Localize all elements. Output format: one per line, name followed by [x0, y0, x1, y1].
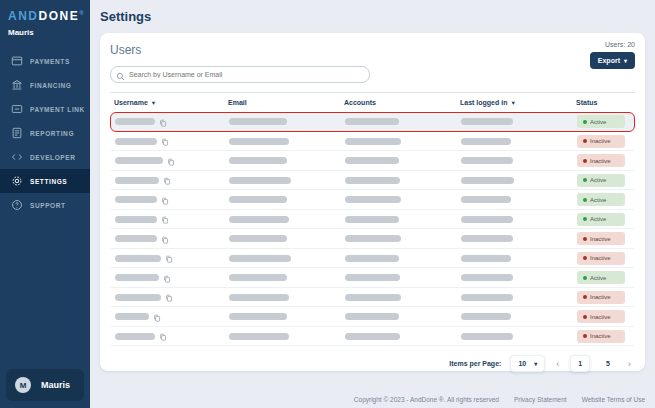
status-dot-icon: [583, 120, 587, 124]
status-badge: Inactive: [577, 232, 625, 245]
copy-icon[interactable]: [161, 210, 169, 228]
table-row[interactable]: Inactive: [110, 327, 635, 347]
copy-icon[interactable]: [163, 269, 171, 287]
users-card: Users Users: 20 Export ▾: [100, 33, 645, 371]
status-dot-icon: [583, 237, 587, 241]
status-label: Inactive: [590, 333, 611, 339]
table-row[interactable]: Inactive: [110, 249, 635, 269]
search-input[interactable]: [110, 66, 370, 83]
email-redacted-value: [229, 157, 287, 164]
page-title: Settings: [100, 9, 645, 24]
status-cell: Inactive: [577, 232, 634, 245]
username-redacted-value: [115, 157, 163, 164]
column-header-accounts[interactable]: Accounts: [344, 99, 460, 106]
column-header-email[interactable]: Email: [228, 99, 344, 106]
pagination-bar: Items per Page: 10 ▾ ‹ 1 5 ›: [110, 346, 635, 372]
copy-icon[interactable]: [161, 191, 169, 209]
copy-icon[interactable]: [153, 308, 161, 326]
copy-icon[interactable]: [159, 113, 167, 131]
table-row[interactable]: Inactive: [110, 307, 635, 327]
sidebar-item-label: PAYMENTS: [30, 58, 70, 65]
status-cell: Inactive: [577, 330, 634, 343]
accounts-cell: [345, 177, 461, 184]
table-row[interactable]: Active: [110, 210, 635, 230]
user-name: Mauris: [41, 380, 70, 390]
last-logged-in-cell: [461, 138, 577, 145]
table-row[interactable]: Inactive: [110, 151, 635, 171]
sidebar-item-payments[interactable]: PAYMENTS: [0, 49, 90, 73]
copy-icon[interactable]: [161, 132, 169, 150]
search-field-wrap: [110, 63, 370, 83]
status-label: Inactive: [590, 294, 611, 300]
sidebar-item-support[interactable]: SUPPORT: [0, 193, 90, 217]
chevron-down-icon: ▾: [624, 58, 627, 64]
status-badge: Active: [577, 213, 625, 226]
column-header-username[interactable]: Username ▼: [110, 99, 228, 106]
privacy-statement-link[interactable]: Privacy Statement: [514, 396, 567, 403]
payments-icon: [11, 55, 23, 68]
status-dot-icon: [583, 276, 587, 280]
sidebar-item-financing[interactable]: FINANCING: [0, 73, 90, 97]
accounts-cell: [345, 216, 461, 223]
table-row[interactable]: Active: [110, 171, 635, 191]
sidebar-item-label: REPORTING: [30, 130, 74, 137]
users-card-header: Users Users: 20 Export ▾: [110, 41, 635, 83]
anddone-logo: ANDDONE®: [0, 0, 90, 26]
page-button-1[interactable]: 1: [570, 355, 590, 372]
sort-caret-icon[interactable]: ▼: [151, 100, 156, 106]
username-cell: [111, 132, 229, 150]
username-cell: [111, 269, 229, 287]
status-label: Inactive: [590, 236, 611, 242]
next-page-button[interactable]: ›: [626, 359, 633, 369]
table-row[interactable]: Inactive: [110, 288, 635, 308]
table-row[interactable]: Inactive: [110, 229, 635, 249]
export-button[interactable]: Export ▾: [590, 52, 635, 69]
sidebar-user-card[interactable]: M Mauris: [6, 369, 84, 401]
last-logged-in-redacted-value: [461, 177, 514, 184]
terms-of-use-link[interactable]: Website Terms of Use: [582, 396, 645, 403]
accounts-cell: [345, 255, 461, 262]
sidebar-item-reporting[interactable]: REPORTING: [0, 121, 90, 145]
username-redacted-value: [115, 177, 159, 184]
column-header-status[interactable]: Status: [576, 99, 635, 106]
sidebar-item-developer[interactable]: DEVELOPER: [0, 145, 90, 169]
table-row[interactable]: Active: [110, 112, 635, 132]
copy-icon[interactable]: [167, 152, 175, 170]
table-row[interactable]: Active: [110, 190, 635, 210]
status-badge: Inactive: [577, 310, 625, 323]
last-logged-in-cell: [461, 196, 577, 203]
status-cell: Inactive: [577, 291, 634, 304]
chevron-down-icon: ▾: [534, 360, 537, 367]
table-row[interactable]: Inactive: [110, 132, 635, 152]
sort-caret-icon[interactable]: ▼: [510, 100, 515, 106]
sidebar-item-settings[interactable]: SETTINGS: [0, 169, 90, 193]
copy-icon[interactable]: [161, 230, 169, 248]
copy-icon[interactable]: [163, 171, 171, 189]
copy-icon[interactable]: [165, 249, 173, 267]
table-row[interactable]: Active: [110, 268, 635, 288]
status-dot-icon: [583, 256, 587, 260]
status-badge: Active: [577, 115, 625, 128]
email-redacted-value: [229, 274, 287, 281]
status-cell: Inactive: [577, 310, 634, 323]
copy-icon[interactable]: [165, 288, 173, 306]
copy-icon[interactable]: [159, 327, 167, 345]
email-cell: [229, 235, 345, 242]
status-dot-icon: [583, 139, 587, 143]
previous-page-button[interactable]: ‹: [554, 359, 561, 369]
email-redacted-value: [229, 196, 287, 203]
sidebar-item-payment-link[interactable]: PAYMENT LINK: [0, 97, 90, 121]
logo-text-done: DONE: [39, 9, 80, 23]
items-per-page-select[interactable]: 10 ▾: [510, 355, 545, 372]
users-count: Users: 20: [605, 41, 635, 48]
status-cell: Active: [577, 271, 634, 284]
export-button-label: Export: [598, 57, 620, 64]
email-cell: [229, 138, 345, 145]
status-label: Active: [590, 275, 606, 281]
sidebar-item-label: SETTINGS: [30, 178, 67, 185]
username-redacted-value: [115, 294, 161, 301]
accounts-cell: [345, 138, 461, 145]
page-button-5[interactable]: 5: [599, 356, 617, 371]
column-header-last-logged-in[interactable]: Last logged in ▼: [460, 99, 576, 106]
accounts-redacted-value: [345, 177, 400, 184]
